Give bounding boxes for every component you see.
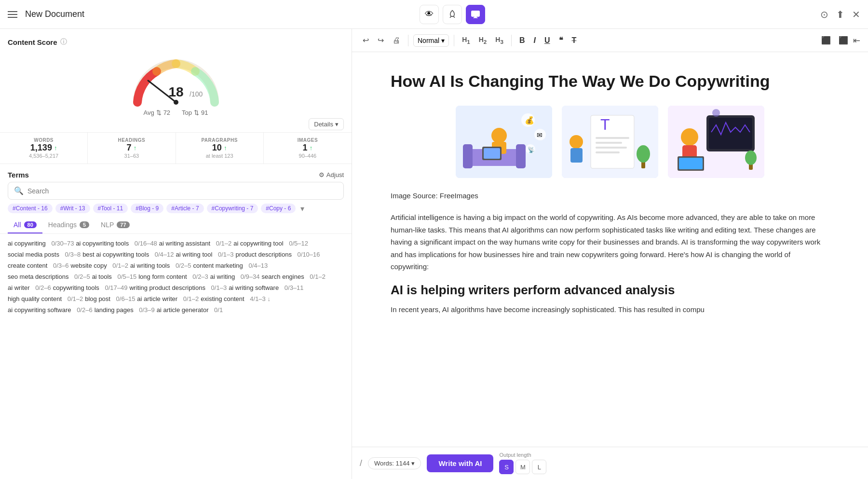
quote-button[interactable]: ❝ bbox=[556, 34, 566, 47]
list-item: ai writing assistant 0/1–2 bbox=[159, 240, 231, 247]
hamburger-menu[interactable] bbox=[8, 11, 17, 18]
tag-copywriting[interactable]: #Copywriting - 7 bbox=[207, 204, 258, 213]
tab-nlp[interactable]: NLP 77 bbox=[95, 217, 135, 233]
redo-button[interactable]: ↪ bbox=[375, 34, 387, 47]
page-title: New Document bbox=[25, 9, 84, 19]
topbar-center: 👁 bbox=[420, 5, 485, 24]
tags-expand-button[interactable]: ▾ bbox=[300, 204, 304, 213]
body-text-2[interactable]: In recent years, AI algorithms have beco… bbox=[391, 303, 829, 316]
list-item: ai writing tool 0/1–3 bbox=[176, 251, 234, 258]
words-up-arrow: ↑ bbox=[54, 144, 57, 151]
svg-rect-24 bbox=[596, 147, 627, 149]
italic-button[interactable]: I bbox=[531, 34, 539, 47]
content-score-title: Content Score bbox=[8, 38, 57, 46]
format-select[interactable]: Normal ▾ bbox=[413, 34, 449, 47]
svg-rect-32 bbox=[709, 118, 752, 149]
tag-copy[interactable]: #Copy - 6 bbox=[261, 204, 296, 213]
list-item: blog post 0/6–15 bbox=[85, 295, 135, 302]
list-item: ai article writer 0/1–2 bbox=[137, 295, 199, 302]
rocket-icon-btn[interactable] bbox=[443, 5, 462, 24]
size-m-button[interactable]: M bbox=[515, 460, 530, 474]
tab-headings[interactable]: Headings 5 bbox=[42, 217, 95, 233]
svg-point-29 bbox=[637, 145, 650, 163]
content-score-header: Content Score ⓘ bbox=[0, 29, 352, 50]
bold-button[interactable]: B bbox=[516, 34, 528, 47]
stat-images: IMAGES 1 ↑ 90–446 bbox=[264, 133, 352, 164]
toolbar-divider-2 bbox=[454, 35, 454, 46]
undo-button[interactable]: ↩ bbox=[360, 34, 372, 47]
underline-button[interactable]: U bbox=[542, 34, 553, 47]
tab-headings-badge: 5 bbox=[80, 221, 89, 228]
words-info[interactable]: Words: 1144 ▾ bbox=[368, 457, 421, 469]
slash-icon[interactable]: / bbox=[360, 458, 362, 468]
print-button[interactable]: 🖨 bbox=[390, 34, 403, 47]
h1-button[interactable]: H1 bbox=[459, 34, 473, 47]
topbar: New Document 👁 ⊙ ⬆ ✕ bbox=[0, 0, 868, 29]
tab-all-badge: 80 bbox=[24, 221, 37, 228]
tab-nlp-badge: 77 bbox=[117, 221, 129, 228]
h3-button[interactable]: H3 bbox=[492, 34, 506, 47]
align-right-button[interactable]: ⬛ bbox=[836, 34, 851, 47]
svg-point-33 bbox=[681, 128, 698, 146]
circle-icon[interactable]: ⊙ bbox=[820, 9, 828, 20]
svg-point-39 bbox=[712, 109, 720, 117]
left-panel: Content Score ⓘ 18 /100 bbox=[0, 29, 352, 479]
list-item: ai copywriting 0/30–73 bbox=[8, 240, 74, 247]
h2-button[interactable]: H2 bbox=[476, 34, 490, 47]
document-title[interactable]: How AI Is Changing The Way We Do Copywri… bbox=[391, 71, 829, 91]
document-area[interactable]: How AI Is Changing The Way We Do Copywri… bbox=[352, 52, 868, 447]
bottom-bar: / Words: 1144 ▾ Write with AI Output len… bbox=[352, 447, 868, 479]
image-source-text: Image Source: FreeImages bbox=[391, 190, 829, 202]
svg-text:✉: ✉ bbox=[537, 131, 542, 139]
write-ai-button[interactable]: Write with AI bbox=[427, 454, 493, 472]
list-item: ai article generator 0/1 bbox=[157, 306, 223, 314]
upload-icon[interactable]: ⬆ bbox=[836, 9, 844, 20]
document-images: 💰 ✉ 📡 T bbox=[391, 106, 829, 178]
svg-rect-7 bbox=[463, 144, 473, 168]
stat-words: WORDS 1,139 ↑ 4,536–5,217 bbox=[0, 133, 88, 164]
list-item: writing product descriptions 0/1–3 bbox=[129, 284, 227, 291]
eye-icon-btn[interactable]: 👁 bbox=[420, 5, 439, 24]
list-item: existing content 4/1–3 ↓ bbox=[201, 295, 271, 302]
body-text-1[interactable]: Artificial intelligence is having a big … bbox=[391, 211, 829, 273]
adjust-button[interactable]: ⚙ Adjust bbox=[319, 171, 344, 178]
tag-blog[interactable]: #Blog - 9 bbox=[131, 204, 163, 213]
list-item: seo meta descriptions 0/2–5 bbox=[8, 273, 90, 280]
toolbar-divider-1 bbox=[408, 35, 408, 46]
right-panel: ↩ ↪ 🖨 Normal ▾ H1 H2 H3 B I U ❝ T ⬛ ⬛ ⇤ bbox=[352, 29, 868, 479]
list-item: long form content 0/2–3 bbox=[138, 273, 208, 280]
list-item: product descriptions 0/10–16 bbox=[236, 251, 320, 258]
tag-tool[interactable]: #Tool - 11 bbox=[93, 204, 128, 213]
size-s-button[interactable]: S bbox=[499, 460, 514, 474]
list-item: copywriting tools 0/17–49 bbox=[53, 284, 128, 291]
gauge-svg: 18 /100 bbox=[128, 54, 224, 107]
top-label: Top ⇅ 91 bbox=[182, 109, 208, 116]
chat-icon-btn[interactable] bbox=[466, 5, 485, 24]
size-l-button[interactable]: L bbox=[532, 460, 546, 474]
tags-row: #Content - 16 #Writ - 13 #Tool - 11 #Blo… bbox=[0, 204, 352, 217]
svg-text:💰: 💰 bbox=[525, 116, 534, 125]
list-item: ai copywriting software 0/2–6 bbox=[8, 306, 93, 314]
gauge-avg-top: Avg ⇅ 72 Top ⇅ 91 bbox=[143, 109, 208, 116]
details-button[interactable]: Details ▾ bbox=[309, 118, 344, 130]
strikethrough-button[interactable]: T bbox=[569, 34, 580, 47]
topbar-right: ⊙ ⬆ ✕ bbox=[820, 9, 860, 20]
list-item: search engines 0/1–2 bbox=[262, 273, 326, 280]
close-icon[interactable]: ✕ bbox=[852, 9, 860, 20]
terms-list: ai copywriting 0/30–73 ai copywriting to… bbox=[0, 234, 352, 479]
list-item: social media posts 0/3–8 bbox=[8, 251, 81, 258]
svg-text:📡: 📡 bbox=[528, 146, 535, 153]
doc-heading-2[interactable]: AI is helping writers perform advanced a… bbox=[391, 283, 829, 298]
tag-writ[interactable]: #Writ - 13 bbox=[55, 204, 90, 213]
list-item: landing pages 0/3–9 bbox=[95, 306, 155, 314]
collapse-button[interactable]: ⇤ bbox=[853, 35, 860, 46]
terms-header: Terms ⚙ Adjust bbox=[0, 164, 352, 182]
search-input[interactable] bbox=[27, 187, 338, 195]
tab-all[interactable]: All 80 bbox=[8, 217, 42, 233]
tag-content[interactable]: #Content - 16 bbox=[8, 204, 53, 213]
svg-point-9 bbox=[491, 128, 507, 143]
editor-toolbar: ↩ ↪ 🖨 Normal ▾ H1 H2 H3 B I U ❝ T ⬛ ⬛ ⇤ bbox=[352, 29, 868, 52]
list-item: ai writer 0/2–6 bbox=[8, 284, 51, 291]
align-left-button[interactable]: ⬛ bbox=[818, 34, 834, 47]
tag-article[interactable]: #Article - 7 bbox=[166, 204, 203, 213]
